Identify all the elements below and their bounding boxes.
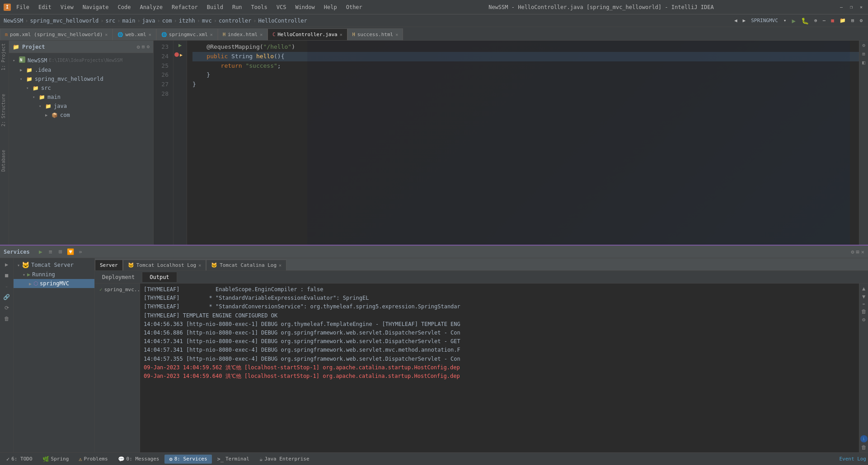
breadcrumb-newssm[interactable]: NewSSM (4, 18, 23, 24)
menu-help[interactable]: Help (322, 3, 339, 11)
tab-web-xml[interactable]: 🌐 web.xml ✕ (113, 28, 156, 40)
tree-item-com[interactable]: ▶ 📦 com (9, 111, 153, 120)
services-filter-button[interactable]: 🔽 (66, 247, 75, 256)
output-tab[interactable]: Output (142, 272, 177, 282)
close-web-xml-tab[interactable]: ✕ (149, 32, 151, 37)
log-scroll-top[interactable]: ▲ (862, 285, 865, 292)
services-settings-icon[interactable]: ⚙ (851, 249, 854, 255)
services-run-button[interactable]: ▶ (36, 247, 45, 256)
menu-refactor[interactable]: Refactor (170, 3, 200, 11)
log-clear-btn[interactable]: 🗑 (861, 308, 867, 315)
log-tab-catalina[interactable]: 🐱 Tomcat Catalina Log ✕ (206, 260, 286, 270)
menu-window[interactable]: Window (293, 3, 316, 11)
menu-other[interactable]: Other (344, 3, 364, 11)
breadcrumb-src[interactable]: src (106, 18, 116, 24)
services-close-icon[interactable]: ✕ (861, 249, 864, 255)
project-expand-icon[interactable]: ⊞ (142, 44, 145, 50)
more-run-options[interactable]: ⋯ (821, 17, 828, 24)
maximize-button[interactable]: ❐ (848, 4, 854, 10)
service-item-springmvc[interactable]: ▶ ⬡ springMVC (14, 279, 94, 288)
tree-item-java[interactable]: ▾ 📁 java (9, 102, 153, 111)
close-catalina-tab[interactable]: ✕ (279, 263, 282, 268)
bottom-tab-services[interactable]: ⚙ 8: Services (164, 455, 211, 464)
log-tab-localhost[interactable]: 🐱 Tomcat Localhost Log ✕ (123, 260, 206, 270)
log-wrap-btn[interactable]: ⬅ (862, 302, 865, 307)
tree-item-idea[interactable]: ▶ 📁 .idea (9, 65, 153, 74)
log-scroll-bottom[interactable]: ▼ (862, 293, 865, 300)
log-output[interactable]: [THYMELEAF] EnableScope.EnginCompiler : … (140, 284, 859, 452)
tab-pom-xml[interactable]: m pom.xml (spring_mvc_helloworld) ✕ (0, 28, 113, 40)
bottom-tab-spring[interactable]: 🌿 Spring (38, 455, 74, 464)
right-tool-1[interactable]: ⚙ (862, 42, 865, 48)
tree-arrow-main[interactable]: ▾ (33, 95, 39, 99)
menu-build[interactable]: Build (205, 3, 225, 11)
tomcat-arrow[interactable]: ▾ (17, 263, 20, 268)
breadcrumb-com[interactable]: com (162, 18, 172, 24)
svc-delete-btn[interactable]: 🗑 (2, 314, 11, 323)
breadcrumb-hellocontroller[interactable]: HelloController (258, 18, 307, 24)
breadcrumb-java[interactable]: java (142, 18, 155, 24)
tab-1-project[interactable]: 1: Project (0, 41, 9, 73)
tree-arrow-com[interactable]: ▶ (45, 113, 52, 117)
deployment-tab[interactable]: Deployment (95, 272, 142, 282)
close-button[interactable]: ✕ (858, 4, 864, 10)
service-item-running[interactable]: ▾ ▶ Running (14, 270, 94, 279)
run-button[interactable]: ▶ (790, 16, 797, 25)
stop-button[interactable]: ■ (829, 17, 836, 24)
tab-success-html[interactable]: H success.html ✕ (347, 28, 404, 40)
menu-vcs[interactable]: VCS (275, 3, 288, 11)
tree-item-src[interactable]: ▾ 📁 src (9, 84, 153, 93)
minimize-button[interactable]: — (838, 4, 845, 10)
folder-button[interactable]: 📁 (838, 17, 848, 24)
menu-analyze[interactable]: Analyze (138, 3, 164, 11)
bottom-tab-terminal[interactable]: >_ Terminal (213, 455, 254, 464)
log-settings-btn[interactable]: ⚙ (862, 316, 865, 323)
svc-run-btn[interactable]: ▶ (2, 260, 11, 269)
menu-code[interactable]: Code (116, 3, 133, 11)
svc-link-btn[interactable]: 🔗 (2, 293, 11, 302)
run-back-button[interactable]: ◀ (732, 17, 739, 24)
breakpoint-24[interactable] (174, 52, 179, 57)
close-localhost-tab[interactable]: ✕ (198, 263, 201, 268)
services-expand-button[interactable]: » (76, 247, 85, 256)
tab-2-structure[interactable]: 2: Structure (0, 91, 9, 129)
close-hellocontroller-java-tab[interactable]: ✕ (340, 32, 343, 37)
right-tool-2[interactable]: ⊞ (862, 51, 865, 57)
run-forward-button[interactable]: ▶ (741, 17, 748, 24)
svc-refresh-btn[interactable]: ⟳ (2, 303, 11, 312)
breadcrumb-project[interactable]: spring_mvc_helloworld (30, 18, 99, 24)
project-options-icon[interactable]: ⚙ (146, 44, 150, 50)
tree-item-spring-mvc-helloworld[interactable]: ▾ 📁 spring_mvc_helloworld (9, 74, 153, 84)
springmvc-arrow[interactable]: ▶ (29, 281, 32, 286)
run-gutter-icon-23[interactable]: ▶ (178, 42, 182, 48)
menu-run[interactable]: Run (230, 3, 244, 11)
breadcrumb-mvc[interactable]: mvc (202, 18, 212, 24)
code-lines[interactable]: @RequestMapping("/hello") public String … (187, 41, 859, 245)
close-index-html-tab[interactable]: ✕ (260, 32, 263, 37)
project-settings-icon[interactable]: ⚙ (137, 44, 140, 50)
debug-button[interactable]: 🐛 (799, 16, 811, 25)
log-trash-btn[interactable]: 🗑 (861, 444, 867, 451)
menu-file[interactable]: File (14, 3, 31, 11)
tree-item-main[interactable]: ▾ 📁 main (9, 93, 153, 102)
run-config-dropdown[interactable]: ▾ (782, 17, 788, 24)
menu-navigate[interactable]: Navigate (81, 3, 111, 11)
services-list-button[interactable]: ≡ (46, 247, 55, 256)
bottom-tab-java-enterprise[interactable]: ☕ Java Enterprise (255, 455, 314, 464)
bottom-tab-todo[interactable]: ✓ 6: TODO (2, 455, 37, 464)
services-expand-icon[interactable]: ⊞ (856, 249, 859, 255)
bottom-tab-messages[interactable]: 💬 0: Messages (113, 455, 164, 464)
tree-item-newssm[interactable]: ▾ N NewSSM E:\IDEA\IdeaProjects\NewSSM (9, 55, 153, 65)
close-pom-tab[interactable]: ✕ (105, 32, 108, 37)
svc-stop-btn[interactable]: ■ (2, 271, 11, 280)
right-tool-3[interactable]: ◧ (862, 60, 865, 65)
layout-button[interactable]: ⊞ (849, 17, 856, 24)
service-item-tomcat-server[interactable]: ▾ 🐱 Tomcat Server (14, 260, 94, 270)
log-blue-btn[interactable]: i (860, 435, 868, 442)
tree-arrow-newssm[interactable]: ▾ (13, 58, 19, 63)
breadcrumb-controller[interactable]: controller (219, 18, 251, 24)
tree-arrow-idea[interactable]: ▶ (20, 68, 26, 72)
running-arrow[interactable]: ▾ (23, 272, 25, 277)
breadcrumb-itzhh[interactable]: itzhh (179, 18, 195, 24)
tab-hellocontroller-java[interactable]: C HelloController.java ✕ (267, 28, 347, 40)
